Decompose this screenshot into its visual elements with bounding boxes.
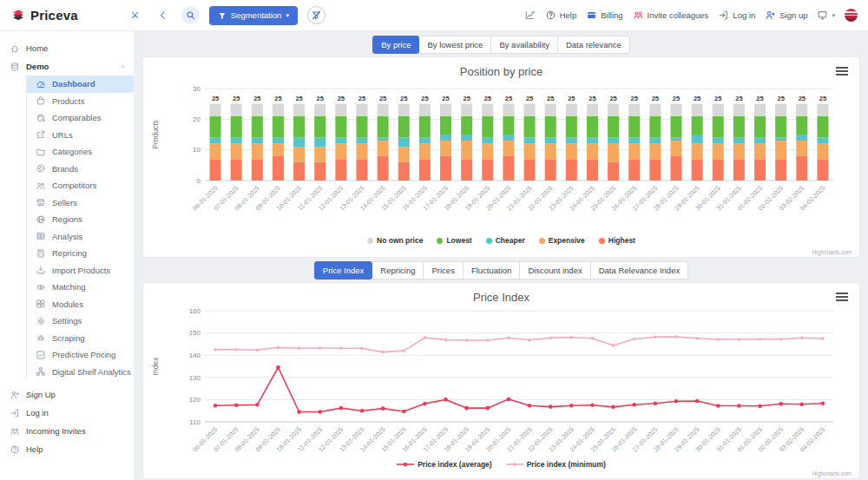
position-chart-card: Position by price 0102030Products2506-01… [143,57,859,257]
svg-text:0: 0 [196,177,201,185]
sidebar-item-settings[interactable]: Settings [27,312,134,330]
sidebar-item-urls[interactable]: URLs [27,127,134,144]
sidebar-item-dashboard[interactable]: Dashboard [27,76,134,93]
svg-text:120: 120 [188,396,201,404]
database-icon [10,62,20,72]
topbar-right: HelpBillingInvite colleaguesLog inSign u… [524,9,858,22]
svg-text:25: 25 [253,95,260,102]
svg-text:25: 25 [735,95,742,102]
legend-item-price-index-average[interactable]: Price index (average) [397,460,492,469]
position-tab-by-price[interactable]: By price [372,36,419,54]
index-tab-price-index[interactable]: Price Index [314,261,373,279]
topbar-invite-colleagues[interactable]: Invite colleagues [633,10,709,21]
legend-marker [539,238,545,244]
position-tab-by-availability[interactable]: By availability [490,36,558,54]
index-tab-discount-index[interactable]: Discount index [519,261,590,279]
svg-text:25: 25 [651,95,658,102]
chart-title: Price Index [143,283,859,304]
chart-check-icon [524,10,536,21]
svg-text:25: 25 [358,95,365,102]
svg-text:25: 25 [525,95,532,102]
language-flag-avatar[interactable] [845,9,858,22]
sidebar-item-home[interactable]: Home [0,39,134,57]
sidebar-item-incoming-invites[interactable]: Incoming Invites [0,422,134,440]
index-tab-fluctuation[interactable]: Fluctuation [463,261,520,279]
svg-text:25: 25 [589,95,595,102]
position-tab-group: By priceBy lowest priceBy availabilityDa… [135,36,868,54]
modules-icon [36,299,46,309]
top-bar: Priceva Segmentation▾ HelpBillingInvite … [0,0,868,31]
svg-text:25: 25 [483,95,490,102]
sidebar-item-competitors[interactable]: Competitors [27,177,134,194]
sidebar-item-categories[interactable]: Categories [27,143,134,161]
topbar-billing[interactable]: Billing [586,10,622,21]
segmentation-button[interactable]: Segmentation▾ [209,6,298,25]
sidebar-item-digital-shelf-analytics[interactable]: Digital Shelf Analytics [27,364,134,381]
legend-item-expensive[interactable]: Expensive [539,236,585,245]
import-icon [36,265,46,275]
sidebar-item-modules[interactable]: Modules [27,296,134,313]
chart-menu-icon[interactable] [836,293,848,303]
svg-text:20: 20 [193,115,201,123]
legend-item-lowest[interactable]: Lowest [437,236,471,245]
legend-item-highest[interactable]: Highest [599,236,635,245]
sidebar-item-sellers[interactable]: Sellers [27,194,134,212]
sidebar: HomeDemoDashboardProductsComparablesURLs… [0,31,135,480]
topbar-log-in[interactable]: Log in [718,10,755,21]
sidebar-item-comparables[interactable]: Comparables [27,109,134,127]
invite-icon [633,10,644,21]
position-tab-by-lowest-price[interactable]: By lowest price [418,36,491,54]
highcharts-credits[interactable]: Highcharts.com [812,470,852,477]
external-icon [36,129,46,140]
sidebar-item-sign-up[interactable]: Sign Up [0,385,134,404]
legend-item-price-index-minimum[interactable]: Price index (minimum) [506,460,606,469]
priceva-logo[interactable]: Priceva [10,8,78,23]
svg-text:140: 140 [188,352,201,359]
highcharts-credits[interactable]: Highcharts.com [812,249,852,255]
sidebar-item-help[interactable]: Help [0,440,134,458]
chevron-left-button[interactable] [154,6,172,24]
svg-text:Products: Products [151,120,160,149]
chart-menu-icon[interactable] [836,67,848,77]
topbar-help[interactable]: Help [545,10,577,21]
legend-item-cheaper[interactable]: Cheaper [486,236,525,245]
legend-marker [397,461,414,468]
svg-text:25: 25 [295,95,302,102]
sidebar-item-import-products[interactable]: Import Products [27,262,134,279]
search-button[interactable] [181,6,200,24]
index-tab-prices[interactable]: Prices [423,261,463,279]
dashboard-icon [36,79,46,89]
sidebar-item-matching[interactable]: Matching [27,279,134,296]
sidebar-item-regions[interactable]: Regions [27,211,134,228]
sidebar-item-log-in[interactable]: Log in [0,404,134,422]
legend-item-no-own-price[interactable]: No own price [367,236,423,245]
bag-search-icon [36,113,46,123]
sidebar-item-products[interactable]: Products [27,93,134,110]
index-tab-repricing[interactable]: Repricing [372,261,424,279]
sidebar-item-analysis[interactable]: Analysis [27,228,134,246]
gear-icon [36,316,46,326]
sidebar-item-repricing[interactable]: Repricing [27,245,134,262]
sidebar-item-predictive-pricing[interactable]: Predictive Pricing [27,346,134,364]
topbar-sign-up[interactable]: Sign up [765,10,807,21]
topbar-monitor[interactable]: ▾ [817,10,835,21]
svg-text:25: 25 [672,95,679,102]
topbar-left-icons: Segmentation▾ [126,6,326,25]
legend-marker [437,238,443,244]
svg-text:25: 25 [463,95,470,102]
sitemap-icon [36,366,46,377]
svg-text:130: 130 [188,374,201,382]
sidebar-item-scraping[interactable]: Scraping [27,330,134,347]
index-tab-data-relevance-index[interactable]: Data Relevance Index [590,261,688,279]
topbar-chart-check[interactable] [524,10,536,21]
sidebar-demo-children: DashboardProductsComparablesURLsCategori… [26,76,134,380]
sidebar-item-brands[interactable]: Brands [27,161,134,178]
funnel-off-button[interactable] [307,6,326,24]
close-button[interactable] [126,6,144,24]
svg-text:25: 25 [609,95,616,102]
sidebar-item-demo[interactable]: Demo [0,57,134,76]
search-icon [185,10,196,21]
copyright-icon [36,163,46,174]
position-tab-data-relevance[interactable]: Data relevance [557,36,630,54]
svg-text:25: 25 [233,95,240,102]
